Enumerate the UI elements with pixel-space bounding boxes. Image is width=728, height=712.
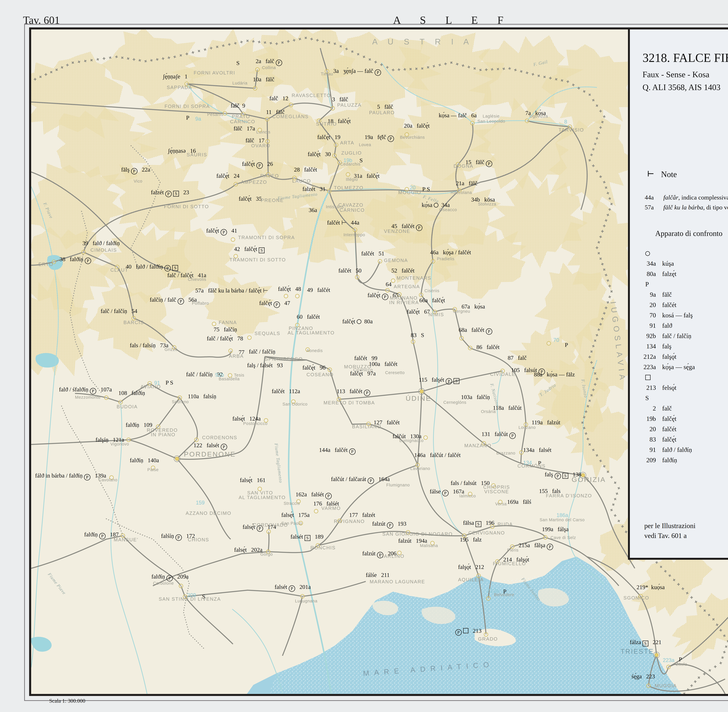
place-name: AQUILEIA <box>458 577 484 582</box>
region-label: MARE ADRIATICO <box>363 660 494 677</box>
place-name: RONCHIS <box>311 545 336 550</box>
place-name: MANZANO <box>464 443 491 448</box>
river-label: Fiume Piave <box>47 572 67 595</box>
region-label: A U S T R I A <box>372 38 473 46</box>
dialect-label: falsę́t 161 <box>240 477 266 483</box>
place-name: Gorgo <box>260 552 273 556</box>
river-label: F. Piave <box>43 202 54 219</box>
panel-title: 3218. FALCE FIENAIA, FRULLANA <box>642 51 728 65</box>
dialect-label: 57a fǎlč ku la bárba / falčę́t ⊢ <box>195 288 268 294</box>
apparato-num: 92b <box>638 332 656 340</box>
place-name: Postoncicco <box>243 421 268 426</box>
place-name: Bevorchiáns <box>400 135 425 139</box>
dialect-label: fālsa S 196 <box>463 520 494 527</box>
apparato-num: 20 <box>638 301 656 309</box>
dialect-label: falčíṇ / falč P 56a <box>150 297 197 304</box>
circled-p: P <box>276 59 282 66</box>
dialect-label: fálϑ in bárba / falϑíṇ P 139a <box>35 473 106 481</box>
square-symbol <box>463 628 468 633</box>
apparato-form: falčę́t <box>662 415 676 423</box>
river-label: T. Judrio <box>539 383 557 397</box>
point-number: 19b <box>343 158 352 163</box>
dialect-label: 87 falč <box>508 355 527 361</box>
dialect-label: falϑ / śfalϑíṇ P 107a <box>59 387 112 394</box>
point-number: 9a <box>195 116 201 122</box>
squared-s: S <box>475 521 481 527</box>
apparato-num: 70 <box>638 312 656 319</box>
city-name: GORIZIA <box>572 476 606 483</box>
dialect-label: falzét 31 <box>302 186 326 192</box>
place-name: ERTO <box>38 262 53 267</box>
dialect-label: ʃę́ṇṇaʃe 1 <box>163 74 188 79</box>
note-item: 57a <box>645 204 654 211</box>
circled-p: P <box>165 191 172 197</box>
place-name: ARTA <box>340 140 354 145</box>
dialect-label: falzét P S 23 <box>151 190 189 197</box>
dialect-label: 119a falzút <box>531 420 560 425</box>
squared-s: S <box>172 265 178 271</box>
dialect-label: fālč 17a <box>234 126 255 131</box>
dialect-label: P 213 <box>455 628 481 636</box>
dialect-label: 60 falčét <box>297 314 320 320</box>
place-name: CLAUT <box>110 267 128 272</box>
circled-p: P <box>274 301 280 308</box>
place-name: IN RIVIERA <box>389 300 419 305</box>
place-name: CORDOVADO <box>253 522 288 527</box>
place-name: MORUZZO <box>344 364 371 369</box>
dialect-label: fálse P 167a <box>430 489 464 496</box>
circled-p: P <box>221 444 227 450</box>
dialect-label: falč 9 <box>231 103 245 108</box>
dialect-label: 195 falz <box>460 537 482 543</box>
place-name: Flumignano <box>386 483 410 487</box>
squared-s: S <box>642 641 648 647</box>
point-number: 212a <box>487 588 499 593</box>
dialect-label: falč / falčíṇ 54 <box>101 308 137 314</box>
apparato-form: kọ́şa — sę́ga <box>662 363 695 371</box>
dialect-label: 46a kọ́şa / falčét <box>430 249 471 255</box>
apparato-num: 83 <box>638 436 656 443</box>
circle-symbol <box>645 251 650 256</box>
circled-p: P <box>416 225 422 231</box>
place-name: PRATO <box>232 114 250 119</box>
illustr-note-1: per le Illustrazioni <box>644 522 695 530</box>
circled-p: P <box>349 448 355 455</box>
circled-p: P <box>446 378 452 384</box>
place-name: CIMOLAIS <box>90 248 117 252</box>
place-name: Lovea <box>359 143 371 147</box>
apparato-form: kosá — falş <box>662 312 693 319</box>
place-name: LÁUCO <box>292 178 311 183</box>
place-name: RIVIGNANO <box>334 519 365 524</box>
dialect-label: fálza S 221 <box>630 639 661 647</box>
illustr-note-2: vedi Tav. 601 a <box>644 532 687 540</box>
place-name: SAN VITO <box>247 490 273 495</box>
place-name: Vigonovo <box>110 442 129 446</box>
place-name: AL TAGLIAMENTO <box>239 495 286 500</box>
apparato-num: 209 <box>638 456 656 464</box>
dialect-label: 162a falśét P <box>296 491 332 499</box>
square-symbol <box>645 375 651 380</box>
dialect-label: falsę́t 124a <box>232 416 260 421</box>
place-name: Collina <box>262 65 276 70</box>
city-name: PORDENONE <box>184 451 236 458</box>
dialect-label: 20a falčę́t <box>404 123 430 129</box>
place-name: ARTEGNA <box>394 284 420 289</box>
note-heading: Note <box>661 170 677 179</box>
apparato-num: 134 <box>638 343 656 350</box>
place-name: Poffabro <box>192 301 209 306</box>
city-name: ÚDINE <box>405 395 431 402</box>
dialect-label: falč / falčę́t 78 <box>207 335 243 341</box>
circled-p: P <box>387 522 393 528</box>
place-name: SAN GIORGIO DI NOGARO <box>382 532 453 536</box>
dialect-label: 2a falč P <box>256 58 282 66</box>
apparato-form: falčét <box>662 301 676 309</box>
dialect-label: falzút 194a <box>398 538 427 544</box>
dialect-label: falčę́t 96 <box>302 365 326 371</box>
place-name: SÚTRIO <box>316 122 337 126</box>
place-name: Versa <box>495 502 507 506</box>
dialect-label: 100a falčét <box>369 361 398 367</box>
circle-symbol <box>357 319 361 324</box>
circled-p: P <box>220 229 227 236</box>
dialect-label: falsę́t 175a <box>281 512 309 518</box>
apparato-num: 212a <box>638 353 656 360</box>
dialect-label: 105 falsút P <box>511 367 545 375</box>
